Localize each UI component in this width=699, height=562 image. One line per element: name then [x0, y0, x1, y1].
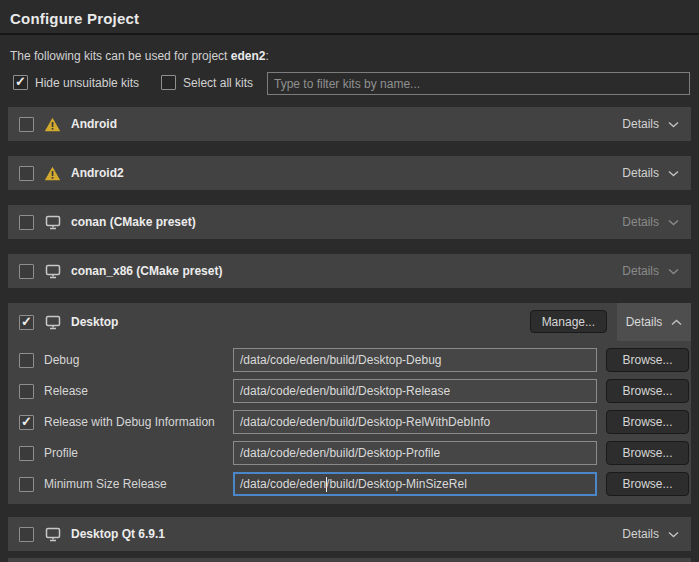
chevron-down-icon — [668, 117, 679, 131]
build-dir-input[interactable] — [233, 410, 597, 434]
build-config-label: Release with Debug Information — [44, 415, 215, 429]
chevron-down-icon — [668, 166, 679, 180]
kit-checkbox[interactable] — [19, 264, 34, 279]
build-dir-input[interactable] — [233, 379, 597, 403]
build-dir-input[interactable] — [233, 441, 597, 465]
kit-checkbox[interactable] — [19, 315, 34, 330]
warning-icon — [44, 166, 61, 181]
intro-before: The following kits can be used for proje… — [10, 49, 231, 63]
details-toggle[interactable]: Details — [622, 117, 679, 131]
chevron-up-icon — [671, 315, 682, 329]
build-config-checkbox[interactable] — [19, 477, 34, 492]
build-config-row-release: Release Browse... — [8, 378, 691, 404]
kit-name: conan_x86 (CMake preset) — [71, 264, 222, 278]
details-toggle[interactable]: Details — [622, 527, 679, 541]
select-all-kits-checkbox[interactable] — [161, 75, 176, 90]
project-name: eden2 — [231, 49, 266, 63]
browse-button[interactable]: Browse... — [606, 379, 689, 403]
kit-name: Android — [71, 117, 117, 131]
kit-row-android: Android Details — [8, 107, 691, 141]
page-title: Configure Project — [10, 10, 139, 27]
desktop-icon — [44, 264, 61, 279]
warning-icon — [44, 117, 61, 132]
intro-after: : — [265, 49, 268, 63]
kit-row-desktop-qt: Desktop Qt 6.9.1 Details — [8, 517, 691, 551]
details-label: Details — [622, 215, 659, 229]
kit-row-desktop: Desktop Manage... Details — [8, 303, 691, 341]
build-config-row-minsizerel: Minimum Size Release /data/code/eden/bui… — [8, 471, 691, 497]
browse-button[interactable]: Browse... — [606, 441, 689, 465]
kit-checkbox[interactable] — [19, 527, 34, 542]
kit-row-android2: Android2 Details — [8, 156, 691, 190]
details-label: Details — [622, 117, 659, 131]
details-label: Details — [622, 166, 659, 180]
build-config-label: Release — [44, 384, 88, 398]
select-all-kits-checkbox-label[interactable]: Select all kits — [161, 75, 253, 90]
kit-row-conan: conan (CMake preset) Details — [8, 205, 691, 239]
kit-checkbox[interactable] — [19, 166, 34, 181]
build-config-label: Minimum Size Release — [44, 477, 167, 491]
build-config-checkbox[interactable] — [19, 353, 34, 368]
details-toggle[interactable]: Details — [622, 264, 679, 278]
chevron-down-icon — [668, 264, 679, 278]
path-before-caret: /data/code/eden — [240, 477, 326, 491]
details-label: Details — [626, 315, 663, 329]
build-config-row-relwithdebinfo: Release with Debug Information Browse... — [8, 409, 691, 435]
path-after-caret: /build/Desktop-MinSizeRel — [326, 477, 467, 491]
chevron-down-icon — [668, 215, 679, 229]
kit-name: Desktop Qt 6.9.1 — [71, 527, 165, 541]
kit-checkbox[interactable] — [19, 117, 34, 132]
intro-text: The following kits can be used for proje… — [10, 49, 269, 63]
details-toggle[interactable]: Details — [622, 215, 679, 229]
build-config-row-debug: Debug Browse... — [8, 347, 691, 373]
desktop-icon — [44, 315, 61, 330]
build-config-label: Debug — [44, 353, 79, 367]
hide-unsuitable-kits-checkbox[interactable] — [13, 75, 28, 90]
build-config-row-profile: Profile Browse... — [8, 440, 691, 466]
browse-button[interactable]: Browse... — [606, 472, 689, 496]
partial-kit-row — [8, 558, 691, 562]
details-toggle[interactable]: Details — [617, 303, 691, 341]
title-separator — [0, 33, 699, 35]
browse-button[interactable]: Browse... — [606, 348, 689, 372]
filter-bar: Hide unsuitable kits Select all kits — [13, 75, 253, 90]
browse-button[interactable]: Browse... — [606, 410, 689, 434]
build-config-checkbox[interactable] — [19, 415, 34, 430]
kit-panel-desktop: Desktop Manage... Details Debug Browse..… — [8, 303, 691, 504]
desktop-icon — [44, 527, 61, 542]
desktop-icon — [44, 215, 61, 230]
kit-name: conan (CMake preset) — [71, 215, 196, 229]
build-config-checkbox[interactable] — [19, 446, 34, 461]
hide-unsuitable-kits-label: Hide unsuitable kits — [35, 76, 139, 90]
kit-name: Android2 — [71, 166, 124, 180]
kit-filter-input[interactable] — [267, 72, 690, 95]
manage-kits-button[interactable]: Manage... — [530, 310, 607, 333]
kit-checkbox[interactable] — [19, 215, 34, 230]
chevron-down-icon — [668, 527, 679, 541]
build-config-checkbox[interactable] — [19, 384, 34, 399]
hide-unsuitable-kits-checkbox-label[interactable]: Hide unsuitable kits — [13, 75, 139, 90]
details-label: Details — [622, 527, 659, 541]
details-toggle[interactable]: Details — [622, 166, 679, 180]
select-all-kits-label: Select all kits — [183, 76, 253, 90]
kit-name: Desktop — [71, 315, 118, 329]
kit-row-conan-x86: conan_x86 (CMake preset) Details — [8, 254, 691, 288]
build-dir-input[interactable] — [233, 348, 597, 372]
details-label: Details — [622, 264, 659, 278]
build-config-label: Profile — [44, 446, 78, 460]
configure-project-page: Configure Project The following kits can… — [0, 0, 699, 562]
build-dir-input-focused[interactable]: /data/code/eden/build/Desktop-MinSizeRel — [233, 472, 597, 496]
